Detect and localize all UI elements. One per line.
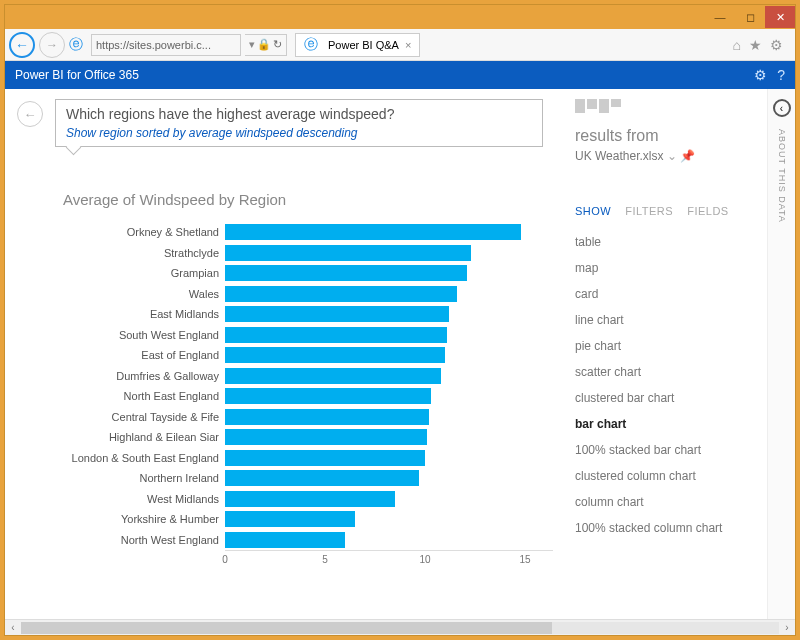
bar[interactable] bbox=[225, 327, 447, 343]
nav-forward-button[interactable]: → bbox=[39, 32, 65, 58]
category-label: Strathclyde bbox=[19, 247, 225, 259]
nav-back-button[interactable]: ← bbox=[9, 32, 35, 58]
viz-tab-strip: SHOW FILTERS FIELDS bbox=[575, 205, 759, 217]
viz-options-list: tablemapcardline chartpie chartscatter c… bbox=[575, 229, 759, 541]
category-label: Wales bbox=[19, 288, 225, 300]
minimize-button[interactable]: — bbox=[705, 6, 735, 28]
page-back-button[interactable]: ← bbox=[17, 101, 43, 127]
chart-row: East of England bbox=[19, 345, 553, 366]
viz-option[interactable]: bar chart bbox=[575, 411, 759, 437]
chart-row: Wales bbox=[19, 284, 553, 305]
browser-tab[interactable]: ⓔ Power BI Q&A × bbox=[295, 33, 420, 57]
lock-icon: 🔒 bbox=[257, 38, 271, 51]
bar[interactable] bbox=[225, 388, 431, 404]
results-thumbnail-icon bbox=[575, 99, 759, 113]
horizontal-scrollbar[interactable]: ‹ › bbox=[5, 619, 795, 635]
bar[interactable] bbox=[225, 450, 425, 466]
bar[interactable] bbox=[225, 306, 449, 322]
side-rail: ‹ ABOUT THIS DATA bbox=[767, 89, 795, 635]
window-titlebar: — ◻ ✕ bbox=[5, 5, 795, 29]
tools-icon[interactable]: ⚙ bbox=[770, 37, 783, 53]
bar[interactable] bbox=[225, 511, 355, 527]
bar[interactable] bbox=[225, 245, 471, 261]
chart-row: East Midlands bbox=[19, 304, 553, 325]
bar[interactable] bbox=[225, 368, 441, 384]
help-icon[interactable]: ? bbox=[777, 67, 785, 83]
chart-row: Central Tayside & Fife bbox=[19, 407, 553, 428]
bar[interactable] bbox=[225, 347, 445, 363]
side-rail-label[interactable]: ABOUT THIS DATA bbox=[777, 129, 787, 223]
axis-tick: 5 bbox=[322, 554, 328, 565]
viz-option[interactable]: map bbox=[575, 255, 759, 281]
bar-chart: Orkney & ShetlandStrathclydeGrampianWale… bbox=[19, 222, 553, 572]
app-title: Power BI for Office 365 bbox=[15, 68, 139, 82]
category-label: Orkney & Shetland bbox=[19, 226, 225, 238]
viz-option[interactable]: card bbox=[575, 281, 759, 307]
address-bar[interactable]: https://sites.powerbi.c... bbox=[91, 34, 241, 56]
bar[interactable] bbox=[225, 470, 419, 486]
viz-option[interactable]: pie chart bbox=[575, 333, 759, 359]
category-label: Highland & Eilean Siar bbox=[19, 431, 225, 443]
results-source[interactable]: UK Weather.xlsx ⌄ 📌 bbox=[575, 149, 759, 163]
scroll-left-button[interactable]: ‹ bbox=[5, 622, 21, 633]
tab-show[interactable]: SHOW bbox=[575, 205, 611, 217]
maximize-button[interactable]: ◻ bbox=[735, 6, 765, 28]
axis-tick: 15 bbox=[519, 554, 530, 565]
chart-row: Highland & Eilean Siar bbox=[19, 427, 553, 448]
chart-row: North East England bbox=[19, 386, 553, 407]
tab-filters[interactable]: FILTERS bbox=[625, 205, 673, 217]
address-bar-buttons[interactable]: ▾ 🔒 ↻ bbox=[245, 34, 287, 56]
tab-title: Power BI Q&A bbox=[328, 39, 399, 51]
settings-icon[interactable]: ⚙ bbox=[754, 67, 767, 83]
chart-row: North West England bbox=[19, 530, 553, 551]
bar[interactable] bbox=[225, 286, 457, 302]
results-from-heading: results from bbox=[575, 127, 759, 145]
query-suggestion[interactable]: Show region sorted by average windspeed … bbox=[66, 126, 532, 140]
home-icon[interactable]: ⌂ bbox=[733, 37, 741, 53]
viz-option[interactable]: line chart bbox=[575, 307, 759, 333]
viz-option[interactable]: clustered column chart bbox=[575, 463, 759, 489]
bar[interactable] bbox=[225, 265, 467, 281]
bar[interactable] bbox=[225, 224, 521, 240]
bar[interactable] bbox=[225, 409, 429, 425]
scroll-right-button[interactable]: › bbox=[779, 622, 795, 633]
viz-option[interactable]: column chart bbox=[575, 489, 759, 515]
bar[interactable] bbox=[225, 532, 345, 548]
tab-fields[interactable]: FIELDS bbox=[687, 205, 729, 217]
query-box[interactable]: Which regions have the highest average w… bbox=[55, 99, 543, 147]
viz-option[interactable]: scatter chart bbox=[575, 359, 759, 385]
viz-option[interactable]: 100% stacked bar chart bbox=[575, 437, 759, 463]
category-label: North East England bbox=[19, 390, 225, 402]
chevron-down-icon[interactable]: ⌄ bbox=[667, 149, 677, 163]
refresh-icon[interactable]: ↻ bbox=[273, 38, 282, 51]
category-label: Grampian bbox=[19, 267, 225, 279]
category-label: Central Tayside & Fife bbox=[19, 411, 225, 423]
chart-row: South West England bbox=[19, 325, 553, 346]
tab-favicon: ⓔ bbox=[304, 36, 322, 54]
stop-icon[interactable]: ▾ bbox=[249, 38, 255, 51]
expand-rail-button[interactable]: ‹ bbox=[773, 99, 791, 117]
favorites-icon[interactable]: ★ bbox=[749, 37, 762, 53]
chart-row: Orkney & Shetland bbox=[19, 222, 553, 243]
chart-row: Yorkshire & Humber bbox=[19, 509, 553, 530]
chart-title: Average of Windspeed by Region bbox=[63, 191, 553, 208]
viz-option[interactable]: clustered bar chart bbox=[575, 385, 759, 411]
category-label: Yorkshire & Humber bbox=[19, 513, 225, 525]
chart-row: Grampian bbox=[19, 263, 553, 284]
category-label: Northern Ireland bbox=[19, 472, 225, 484]
x-axis: 051015 bbox=[225, 550, 553, 572]
axis-tick: 10 bbox=[419, 554, 430, 565]
pin-icon[interactable]: 📌 bbox=[680, 149, 695, 163]
category-label: East Midlands bbox=[19, 308, 225, 320]
category-label: West Midlands bbox=[19, 493, 225, 505]
chart-row: West Midlands bbox=[19, 489, 553, 510]
bar[interactable] bbox=[225, 491, 395, 507]
ie-icon: ⓔ bbox=[69, 36, 87, 54]
viz-option[interactable]: 100% stacked column chart bbox=[575, 515, 759, 541]
bar[interactable] bbox=[225, 429, 427, 445]
viz-option[interactable]: table bbox=[575, 229, 759, 255]
tab-close-icon[interactable]: × bbox=[405, 39, 411, 51]
scroll-track[interactable] bbox=[21, 622, 779, 634]
close-button[interactable]: ✕ bbox=[765, 6, 795, 28]
scroll-thumb[interactable] bbox=[21, 622, 552, 634]
